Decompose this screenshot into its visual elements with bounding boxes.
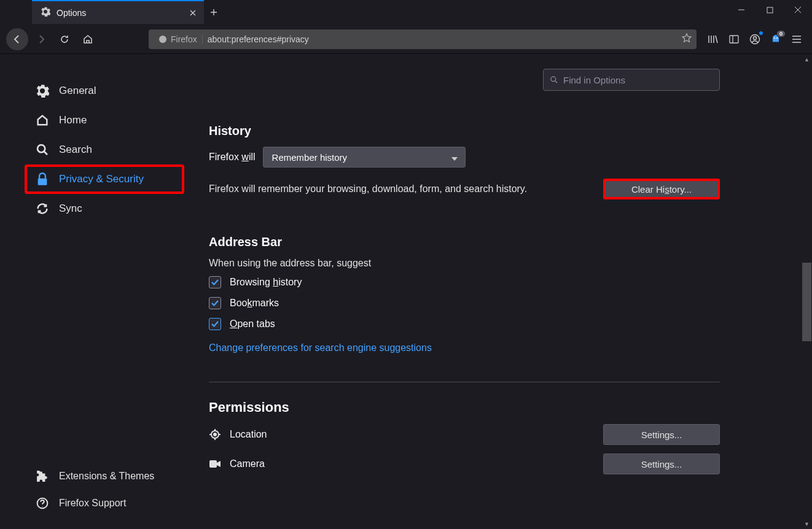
firefox-icon	[158, 35, 167, 44]
history-heading: History	[209, 124, 720, 138]
help-icon	[36, 497, 49, 509]
clear-history-button[interactable]: Clear History...	[603, 179, 720, 199]
sidebar-label: Extensions & Themes	[59, 471, 154, 482]
url-text: about:preferences#privacy	[208, 34, 678, 44]
puzzle-icon	[36, 470, 49, 482]
suggest-bookmarks-checkbox[interactable]	[209, 297, 221, 309]
camera-settings-button[interactable]: Settings...	[603, 454, 720, 474]
sidebar-label: Sync	[59, 203, 82, 215]
section-separator	[209, 382, 720, 382]
svg-rect-2	[730, 36, 738, 43]
sidebar-toggle-button[interactable]	[724, 29, 744, 50]
sidebar-label: Home	[59, 114, 87, 126]
bookmark-star-icon[interactable]	[682, 33, 692, 45]
suggest-history-checkbox[interactable]	[209, 276, 221, 288]
permission-label: Location	[230, 429, 267, 440]
addressbar-sub: When using the address bar, suggest	[209, 258, 720, 269]
search-suggestions-link[interactable]: Change preferences for search engine sug…	[209, 342, 720, 353]
sidebar-item-home[interactable]: Home	[25, 106, 184, 135]
preferences-sidebar: General Home Search Privacy & Security S…	[0, 54, 184, 529]
reload-button[interactable]	[54, 29, 75, 50]
sidebar-item-extensions[interactable]: Extensions & Themes	[25, 463, 184, 490]
lock-icon	[36, 172, 49, 186]
find-in-options[interactable]	[543, 69, 720, 91]
scrollbar-thumb[interactable]	[802, 263, 811, 341]
permission-location-row: Location Settings...	[209, 424, 720, 445]
new-tab-button[interactable]	[204, 0, 224, 24]
permission-label: Camera	[230, 458, 265, 469]
camera-icon	[209, 460, 221, 468]
menu-button[interactable]	[786, 29, 807, 50]
location-icon	[209, 428, 221, 441]
chevron-down-icon	[451, 152, 458, 163]
close-tab-icon[interactable]	[188, 8, 198, 18]
history-mode-select[interactable]: Remember history	[263, 147, 466, 168]
sidebar-item-search[interactable]: Search	[25, 135, 184, 164]
forward-button[interactable]	[31, 29, 52, 50]
url-bar[interactable]: Firefox about:preferences#privacy	[149, 29, 697, 49]
svg-rect-0	[767, 7, 773, 13]
svg-rect-13	[209, 460, 217, 468]
sidebar-label: Privacy & Security	[59, 173, 144, 185]
select-value: Remember history	[272, 152, 348, 163]
permissions-heading: Permissions	[209, 400, 720, 415]
home-icon	[36, 114, 49, 127]
svg-point-1	[159, 36, 166, 43]
svg-point-4	[754, 36, 757, 39]
back-button[interactable]	[6, 28, 28, 50]
checkbox-label: Browsing history	[230, 277, 302, 288]
gear-icon	[41, 7, 50, 19]
history-will-label: Firefox will	[209, 152, 256, 163]
permission-camera-row: Camera Settings...	[209, 454, 720, 474]
sidebar-item-support[interactable]: Firefox Support	[25, 490, 184, 517]
svg-rect-8	[38, 179, 47, 185]
checkbox-label: Bookmarks	[230, 298, 279, 309]
preferences-main: History Firefox will Remember history Fi…	[184, 54, 812, 529]
scroll-up-arrow[interactable]: ▲	[804, 54, 810, 64]
scroll-down-arrow[interactable]: ▼	[804, 519, 810, 529]
history-description: Firefox will remember your browsing, dow…	[209, 183, 527, 195]
suggest-opentabs-row: Open tabs	[209, 318, 720, 330]
sync-icon	[36, 202, 49, 215]
identity-label: Firefox	[171, 34, 197, 44]
navigation-toolbar: Firefox about:preferences#privacy 0	[0, 25, 812, 54]
svg-point-7	[37, 145, 45, 152]
maximize-button[interactable]	[755, 0, 784, 20]
sidebar-label: Firefox Support	[59, 498, 126, 509]
library-button[interactable]	[703, 29, 724, 50]
identity-box[interactable]: Firefox	[154, 34, 203, 44]
svg-point-12	[214, 433, 216, 436]
minimize-button[interactable]	[727, 0, 755, 20]
suggest-bookmarks-row: Bookmarks	[209, 297, 720, 309]
search-icon	[36, 143, 49, 156]
ghostery-badge: 0	[776, 30, 786, 37]
svg-point-6	[776, 37, 778, 39]
ghostery-button[interactable]: 0	[765, 29, 786, 50]
sidebar-label: Search	[59, 144, 92, 156]
checkbox-label: Open tabs	[230, 319, 275, 330]
suggest-history-row: Browsing history	[209, 276, 720, 288]
svg-point-5	[774, 37, 775, 39]
sidebar-item-general[interactable]: General	[25, 76, 184, 106]
window-controls	[727, 0, 812, 20]
browser-tab[interactable]: Options	[32, 0, 204, 24]
titlebar: Options	[0, 0, 812, 25]
scrollbar[interactable]: ▲ ▼	[802, 54, 812, 529]
sidebar-item-privacy[interactable]: Privacy & Security	[25, 164, 184, 194]
gear-icon	[36, 84, 49, 98]
account-button[interactable]	[744, 29, 765, 50]
find-input[interactable]	[563, 75, 713, 85]
tab-title: Options	[57, 8, 188, 18]
search-icon	[550, 75, 558, 84]
home-button[interactable]	[77, 29, 98, 50]
notification-dot	[759, 31, 763, 35]
sidebar-item-sync[interactable]: Sync	[25, 194, 184, 223]
suggest-opentabs-checkbox[interactable]	[209, 318, 221, 330]
addressbar-heading: Address Bar	[209, 235, 720, 249]
location-settings-button[interactable]: Settings...	[603, 424, 720, 445]
close-window-button[interactable]	[784, 0, 812, 20]
svg-point-10	[551, 77, 556, 82]
sidebar-label: General	[59, 85, 96, 97]
